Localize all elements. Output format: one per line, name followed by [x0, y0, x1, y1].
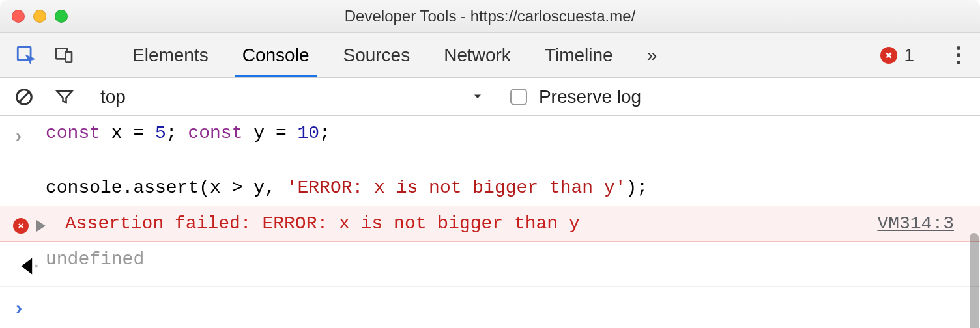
inspect-element-icon[interactable]	[13, 42, 39, 68]
error-badge[interactable]: 1	[880, 45, 914, 66]
preserve-log-checkbox[interactable]	[510, 89, 527, 105]
close-window-button[interactable]	[12, 10, 25, 23]
input-prompt-icon: ›	[13, 295, 25, 324]
svg-point-4	[35, 265, 38, 268]
expand-icon[interactable]	[36, 220, 46, 232]
input-prompt-icon: ›	[13, 124, 24, 151]
error-source-link[interactable]: VM314:3	[877, 210, 967, 238]
tab-timeline[interactable]: Timeline	[528, 33, 630, 77]
error-icon	[13, 218, 29, 234]
separator	[102, 42, 102, 68]
return-value: undefined	[46, 246, 967, 273]
window-title: Developer Tools - https://carloscuesta.m…	[0, 7, 980, 25]
scrollbar[interactable]	[970, 233, 979, 328]
console-output: › const x = 5; const y = 10; console.ass…	[0, 116, 980, 328]
tab-sources[interactable]: Sources	[326, 33, 427, 77]
context-label: top	[100, 87, 126, 107]
separator	[938, 42, 938, 68]
tab-elements[interactable]: Elements	[115, 33, 225, 77]
chevron-down-icon	[471, 87, 484, 107]
console-input-row[interactable]: › const x = 5; const y = 10; console.ass…	[0, 116, 980, 206]
minimize-window-button[interactable]	[33, 10, 46, 23]
console-subtoolbar: top Preserve log	[0, 78, 980, 116]
filter-icon[interactable]	[53, 86, 76, 108]
clear-console-icon[interactable]	[13, 86, 35, 108]
kebab-menu-icon[interactable]	[950, 46, 967, 64]
error-message: Assertion failed: ERROR: x is not bigger…	[65, 210, 877, 238]
svg-rect-2	[66, 51, 72, 62]
console-prompt-row[interactable]: ›	[0, 287, 980, 328]
preserve-log-label: Preserve log	[539, 87, 641, 107]
console-return-row: undefined	[0, 242, 980, 287]
error-icon	[880, 47, 897, 64]
console-error-row[interactable]: Assertion failed: ERROR: x is not bigger…	[0, 206, 980, 242]
return-arrow-icon	[13, 246, 46, 282]
traffic-lights	[12, 10, 68, 23]
tab-network[interactable]: Network	[427, 33, 528, 77]
tabs: Elements Console Sources Network Timelin…	[115, 33, 674, 77]
console-input-code: const x = 5; const y = 10; console.asser…	[46, 120, 967, 202]
titlebar: Developer Tools - https://carloscuesta.m…	[0, 0, 980, 33]
error-count: 1	[904, 45, 914, 66]
tab-console[interactable]: Console	[225, 33, 326, 77]
toolbar-right: 1	[880, 42, 967, 68]
devtools-toolbar: Elements Console Sources Network Timelin…	[0, 33, 980, 78]
tab-more[interactable]: »	[630, 33, 674, 77]
execution-context-select[interactable]: top	[100, 87, 484, 107]
device-toggle-icon[interactable]	[51, 42, 77, 68]
maximize-window-button[interactable]	[55, 10, 68, 23]
